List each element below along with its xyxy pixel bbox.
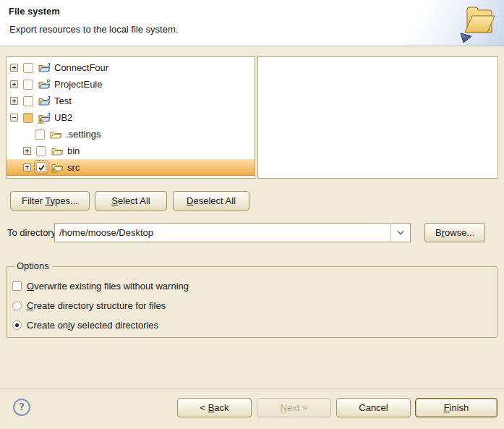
create-structure-option[interactable]: Create directory structure for files xyxy=(12,298,166,313)
java-project-folder-icon: J xyxy=(38,62,51,74)
options-group-title: Options xyxy=(14,260,52,271)
tree-item-label[interactable]: UB2 xyxy=(54,112,72,123)
folder-icon xyxy=(51,145,64,157)
dialog-header: File system Export resources to the loca… xyxy=(0,0,504,46)
file-list-panel[interactable] xyxy=(257,56,498,179)
back-button[interactable]: < Back xyxy=(177,398,252,417)
overwrite-label[interactable]: Overwrite existing files without warning xyxy=(27,281,189,292)
filter-types-button[interactable]: Filter Types... xyxy=(10,191,90,211)
tree-row[interactable]: JConnectFour xyxy=(7,59,255,76)
tree-item-label[interactable]: src xyxy=(67,162,80,173)
browse-button[interactable]: Browse... xyxy=(424,223,485,242)
button-label: Finish xyxy=(444,402,469,413)
next-button: Next > xyxy=(257,398,331,417)
collapse-icon[interactable] xyxy=(10,114,18,122)
svg-text:J: J xyxy=(47,112,50,118)
tree-item-label[interactable]: .settings xyxy=(66,129,101,140)
folder-icon xyxy=(49,129,62,140)
expand-icon[interactable] xyxy=(10,97,18,105)
expand-icon[interactable] xyxy=(23,147,31,155)
help-button[interactable]: ? xyxy=(13,399,30,416)
tree-checkbox[interactable] xyxy=(23,96,33,106)
tree-checkbox[interactable] xyxy=(23,113,33,123)
svg-text:J: J xyxy=(47,62,50,68)
create-selected-radio[interactable] xyxy=(12,320,22,330)
button-label: Next > xyxy=(281,402,308,413)
expand-icon[interactable] xyxy=(10,64,18,72)
tree-row[interactable]: JTest xyxy=(7,93,255,109)
button-label: Select All xyxy=(111,195,150,206)
finish-button[interactable]: Finish xyxy=(415,398,497,417)
create-structure-label[interactable]: Create directory structure for files xyxy=(27,300,166,311)
tree-row[interactable]: JUB2 xyxy=(7,109,255,126)
tree-checkbox[interactable] xyxy=(36,162,46,172)
deselect-all-button[interactable]: Deselect All xyxy=(173,191,249,211)
button-label: Browse... xyxy=(435,227,474,238)
create-selected-label[interactable]: Create only selected directories xyxy=(27,320,158,331)
directory-combo[interactable]: /home/moose/Desktop xyxy=(54,223,411,242)
resource-tree[interactable]: JConnectFourPProjectEuleJTestJUB2.settin… xyxy=(6,56,255,179)
java-project-folder-icon: J xyxy=(38,95,51,107)
svg-text:J: J xyxy=(47,95,50,101)
expand-icon[interactable] xyxy=(23,163,31,171)
create-structure-radio[interactable] xyxy=(12,301,22,310)
dropdown-arrow-icon[interactable] xyxy=(390,224,410,242)
tree-item-label[interactable]: bin xyxy=(67,145,80,156)
tree-item-label[interactable]: ConnectFour xyxy=(54,62,108,73)
footer-separator xyxy=(0,388,504,389)
select-all-button[interactable]: Select All xyxy=(95,191,167,211)
tree-row[interactable]: src xyxy=(7,159,255,176)
button-label: < Back xyxy=(200,402,228,413)
button-label: Cancel xyxy=(359,402,388,413)
page-subtitle: Export resources to the local file syste… xyxy=(9,24,178,35)
svg-text:P: P xyxy=(46,79,50,85)
java-project-warning-folder-icon: J xyxy=(38,112,51,124)
button-label: Deselect All xyxy=(187,195,236,206)
folder-warning-icon xyxy=(51,161,64,173)
to-directory-label: To directory: xyxy=(7,227,59,238)
export-file-system-dialog: File system Export resources to the loca… xyxy=(0,0,504,429)
expand-icon[interactable] xyxy=(10,80,18,88)
project-folder-icon: P xyxy=(38,79,51,90)
overwrite-option[interactable]: Overwrite existing files without warning xyxy=(12,279,189,293)
tree-checkbox[interactable] xyxy=(23,80,33,90)
tree-checkbox[interactable] xyxy=(35,129,45,140)
tree-row[interactable]: PProjectEule xyxy=(7,76,255,93)
cancel-button[interactable]: Cancel xyxy=(336,398,411,417)
overwrite-checkbox[interactable] xyxy=(12,281,22,291)
tree-item-label[interactable]: Test xyxy=(54,95,72,106)
tree-checkbox[interactable] xyxy=(36,146,46,156)
tree-row[interactable]: .settings xyxy=(7,126,255,143)
tree-row[interactable]: bin xyxy=(7,143,255,159)
page-title: File system xyxy=(9,6,60,17)
button-label: Filter Types... xyxy=(22,195,78,206)
export-folder-icon xyxy=(458,2,498,44)
directory-input[interactable]: /home/moose/Desktop xyxy=(55,224,390,242)
tree-checkbox[interactable] xyxy=(23,63,33,73)
tree-item-label[interactable]: ProjectEule xyxy=(54,79,102,90)
create-selected-option[interactable]: Create only selected directories xyxy=(12,318,158,332)
options-group: Options Overwrite existing files without… xyxy=(6,266,497,338)
